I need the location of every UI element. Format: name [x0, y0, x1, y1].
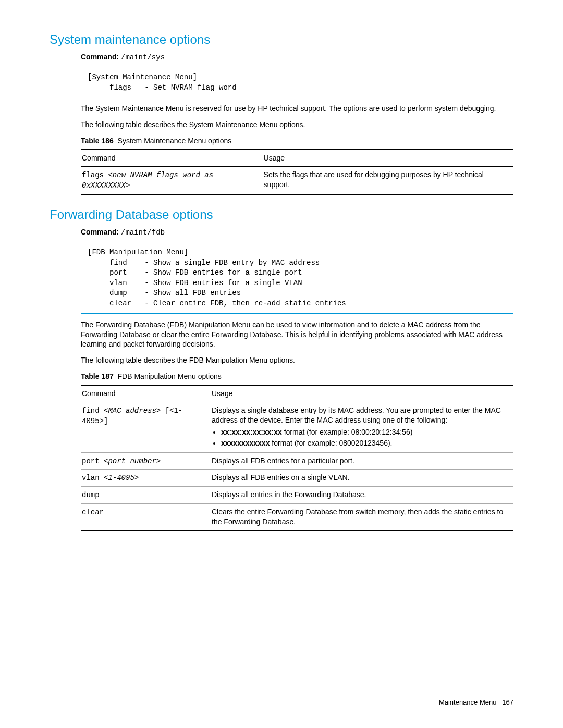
menu-box-fdb: [FDB Manipulation Menu] find - Show a si…: [81, 243, 513, 314]
table-row: flags <new NVRAM flags word as 0xXXXXXXX…: [81, 167, 513, 194]
usage-bullets: xx:xx:xx:xx:xx:xx format (for example: 0…: [212, 427, 510, 448]
bullet-bold: xx:xx:xx:xx:xx:xx: [221, 428, 282, 436]
section-heading-sys-maint: System maintenance options: [50, 31, 513, 48]
command-value: /maint/fdb: [121, 228, 165, 237]
cell-usage: Clears the entire Forwarding Database fr…: [211, 504, 513, 530]
table-186: Command Usage flags <new NVRAM flags wor…: [81, 149, 513, 195]
table-187-label: Table 187: [81, 372, 114, 380]
cmd-prefix: clear: [82, 508, 104, 516]
list-item: xx:xx:xx:xx:xx:xx format (for example: 0…: [221, 427, 510, 437]
command-line-fdb: Command: /maint/fdb: [81, 227, 513, 238]
th-usage: Usage: [263, 150, 513, 166]
th-usage: Usage: [211, 385, 513, 402]
usage-intro: Displays a single database entry by its …: [212, 406, 501, 424]
cell-command: port <port number>: [81, 452, 211, 470]
cell-command: find <MAC address> [<1-4095>]: [81, 402, 211, 453]
cell-command: vlan <1-4095>: [81, 470, 211, 487]
cmd-prefix: port: [82, 457, 104, 465]
command-value: /maint/sys: [121, 53, 165, 61]
cmd-italic: <1-4095>: [104, 474, 139, 482]
th-command: Command: [81, 385, 211, 402]
table-186-text: System Maintenance Menu options: [118, 137, 232, 145]
para-fdb-1: The Forwarding Database (FDB) Manipulati…: [81, 320, 513, 350]
cmd-italic: <port number>: [104, 457, 161, 465]
table-186-header-row: Command Usage: [81, 150, 513, 166]
para-fdb-2: The following table describes the FDB Ma…: [81, 355, 513, 365]
cell-command: clear: [81, 504, 211, 530]
list-item: xxxxxxxxxxxx format (for example: 080020…: [221, 438, 510, 448]
table-row: dump Displays all entries in the Forward…: [81, 487, 513, 504]
cmd-prefix: find: [82, 406, 104, 415]
para-sys-2: The following table describes the System…: [81, 120, 513, 130]
menu-box-content: [System Maintenance Menu] flags - Set NV…: [81, 68, 513, 97]
table-row: clear Clears the entire Forwarding Datab…: [81, 504, 513, 530]
menu-box-content: [FDB Manipulation Menu] find - Show a si…: [81, 243, 513, 314]
bullet-rest: format (for example: 080020123456).: [270, 439, 392, 447]
table-187: Command Usage find <MAC address> [<1-409…: [81, 385, 513, 531]
table-row: port <port number> Displays all FDB entr…: [81, 452, 513, 470]
cell-usage: Displays all entries in the Forwarding D…: [211, 487, 513, 504]
cell-usage: Displays a single database entry by its …: [211, 402, 513, 453]
cmd-prefix: flags: [82, 171, 108, 179]
cmd-italic: <MAC address>: [104, 406, 161, 415]
bullet-bold: xxxxxxxxxxxx: [221, 439, 270, 447]
cell-command: dump: [81, 487, 211, 504]
cell-usage: Sets the flags that are used for debuggi…: [263, 167, 513, 194]
cmd-prefix: dump: [82, 491, 100, 499]
table-187-header-row: Command Usage: [81, 385, 513, 402]
command-label: Command:: [81, 53, 119, 61]
table-186-label: Table 186: [81, 137, 114, 145]
table-row: vlan <1-4095> Displays all FDB entries o…: [81, 470, 513, 487]
command-line-sys: Command: /maint/sys: [81, 52, 513, 63]
cell-usage: Displays all FDB entries on a single VLA…: [211, 470, 513, 487]
table-row: find <MAC address> [<1-4095>] Displays a…: [81, 402, 513, 453]
cmd-prefix: vlan: [82, 474, 104, 482]
bullet-rest: format (for example: 08:00:20:12:34:56): [282, 428, 413, 436]
table-186-caption: Table 186 System Maintenance Menu option…: [81, 136, 513, 146]
cell-usage: Displays all FDB entries for a particula…: [211, 452, 513, 470]
table-187-text: FDB Manipulation Menu options: [118, 372, 222, 380]
command-label: Command:: [81, 228, 119, 236]
section-heading-fdb: Forwarding Database options: [50, 206, 513, 223]
th-command: Command: [81, 150, 263, 166]
cell-command: flags <new NVRAM flags word as 0xXXXXXXX…: [81, 167, 263, 194]
menu-box-sys: [System Maintenance Menu] flags - Set NV…: [81, 68, 513, 97]
para-sys-1: The System Maintenance Menu is reserved …: [81, 104, 513, 114]
table-187-caption: Table 187 FDB Manipulation Menu options: [81, 372, 513, 381]
